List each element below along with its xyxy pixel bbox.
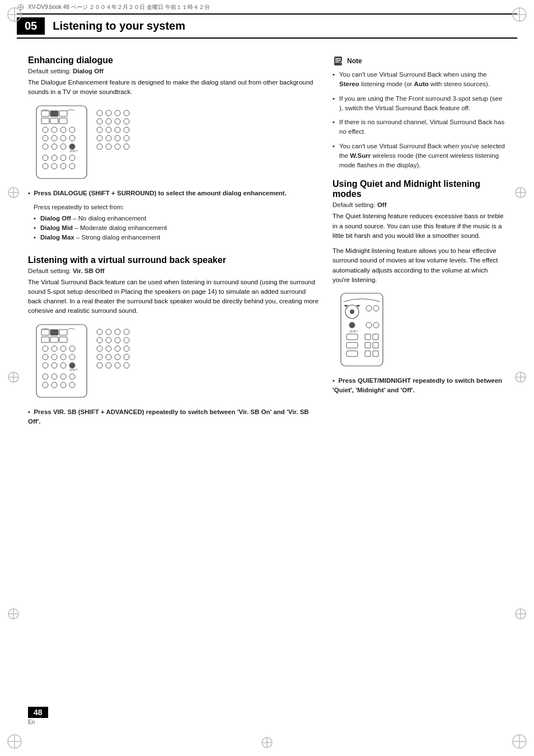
mid-mark-right-top [513, 185, 528, 200]
svg-point-74 [106, 127, 111, 133]
mid-mark-bottom [259, 735, 275, 750]
mid-mark-left-mid [6, 369, 21, 385]
corner-mark-tl [4, 4, 25, 25]
svg-point-119 [106, 337, 111, 343]
file-info-bar: XV-DV9.book 48 ページ ２００４年２月２０日 金曜日 午前１１時４… [17, 3, 517, 11]
svg-rect-91 [59, 337, 67, 342]
svg-point-69 [97, 119, 102, 124]
virtual-surround-body: The Virtual Surround Back feature can be… [28, 278, 319, 316]
svg-point-59 [69, 155, 75, 161]
svg-point-106 [51, 374, 57, 379]
svg-point-114 [97, 329, 102, 335]
svg-point-128 [115, 354, 120, 360]
svg-rect-90 [50, 337, 58, 342]
svg-rect-89 [41, 337, 49, 342]
svg-rect-135 [335, 58, 341, 59]
svg-point-60 [43, 163, 48, 169]
svg-point-84 [124, 144, 129, 149]
enhancing-dialogue-press-sub: Press repeatedly to select from: [34, 204, 319, 210]
main-content: Enhancing dialogue Default setting: Dial… [28, 55, 506, 432]
remote-image-3: QUIET [338, 290, 506, 370]
svg-point-96 [43, 354, 48, 360]
svg-point-123 [106, 346, 111, 351]
svg-point-79 [115, 135, 120, 141]
svg-point-130 [97, 363, 102, 368]
right-column: Note You can't use Virtual Surround Back… [332, 55, 506, 432]
svg-point-52 [51, 144, 57, 149]
svg-point-140 [350, 309, 354, 314]
svg-point-78 [106, 135, 111, 141]
svg-point-56 [43, 155, 48, 161]
svg-rect-147 [346, 334, 358, 340]
enhancing-dialogue-section: Enhancing dialogue Default setting: Dial… [28, 55, 319, 243]
svg-point-105 [43, 374, 48, 379]
svg-rect-155 [373, 351, 378, 356]
svg-point-111 [60, 382, 66, 388]
enhancing-dialogue-title: Enhancing dialogue [28, 55, 319, 65]
mid-mark-right-mid [513, 369, 528, 385]
svg-point-68 [124, 110, 129, 116]
svg-rect-38 [50, 111, 58, 116]
svg-rect-152 [373, 342, 378, 348]
svg-point-48 [51, 135, 57, 141]
enhancing-dialogue-press: • Press DIALOGUE (SHIFT + SURROUND) to s… [28, 189, 319, 198]
mid-mark-right-bot [513, 606, 528, 622]
svg-point-71 [115, 119, 120, 124]
svg-point-62 [60, 163, 66, 169]
svg-point-122 [97, 346, 102, 351]
remote-svg-1: SHIFT [34, 103, 137, 181]
svg-rect-37 [41, 111, 49, 116]
svg-point-97 [51, 354, 57, 360]
svg-rect-153 [346, 351, 358, 356]
note-item-3: If there is no surround channel, Virtual… [332, 118, 506, 137]
svg-point-101 [51, 363, 57, 368]
svg-point-58 [60, 155, 66, 161]
svg-point-94 [60, 346, 66, 351]
svg-point-83 [115, 144, 120, 149]
note-header: Note [332, 55, 506, 67]
remote-svg-3: QUIET [338, 290, 411, 369]
note-item-4: You can't use Virtual Surround Back when… [332, 142, 506, 171]
svg-point-143 [349, 322, 355, 328]
svg-rect-154 [365, 351, 371, 356]
svg-point-121 [124, 337, 129, 343]
page-number-bar: 48 En [28, 707, 48, 725]
svg-point-54 [69, 144, 75, 149]
svg-point-63 [69, 163, 75, 169]
svg-point-131 [106, 363, 111, 368]
svg-point-115 [106, 329, 111, 335]
remote-image-1: SHIFT [34, 103, 319, 183]
svg-point-67 [115, 110, 120, 116]
svg-point-103 [69, 363, 75, 368]
svg-point-146 [373, 322, 379, 328]
svg-point-47 [43, 135, 48, 141]
svg-text:SHIFT: SHIFT [69, 368, 77, 372]
svg-rect-136 [335, 60, 341, 61]
quiet-midnight-default: Default setting: Off [332, 201, 506, 208]
chapter-title: Listening to your system [53, 20, 185, 32]
svg-point-61 [51, 163, 57, 169]
svg-rect-40 [41, 118, 49, 124]
svg-point-142 [373, 306, 379, 311]
svg-text:QUIET: QUIET [349, 330, 358, 333]
svg-point-118 [97, 337, 102, 343]
svg-rect-150 [346, 342, 358, 348]
svg-point-49 [60, 135, 66, 141]
svg-point-141 [366, 306, 372, 311]
svg-point-108 [69, 374, 75, 379]
note-box: Note You can't use Virtual Surround Back… [332, 55, 506, 170]
svg-point-50 [69, 135, 75, 141]
svg-rect-39 [59, 111, 67, 116]
corner-mark-br [509, 731, 530, 752]
svg-rect-41 [50, 118, 58, 124]
svg-point-43 [43, 127, 48, 133]
enhancing-dialogue-options: Dialog Off – No dialog enhancement Dialo… [34, 214, 319, 243]
svg-point-102 [60, 363, 66, 368]
virtual-surround-title: Listening with a virtual surround back s… [28, 255, 319, 265]
svg-point-53 [60, 144, 66, 149]
remote-svg-2: SHIFT [34, 322, 137, 400]
quiet-midnight-title: Using Quiet and Midnight listening modes [332, 179, 506, 199]
note-label: Note [347, 57, 362, 65]
corner-mark-tr [509, 4, 530, 25]
svg-point-109 [43, 382, 48, 388]
